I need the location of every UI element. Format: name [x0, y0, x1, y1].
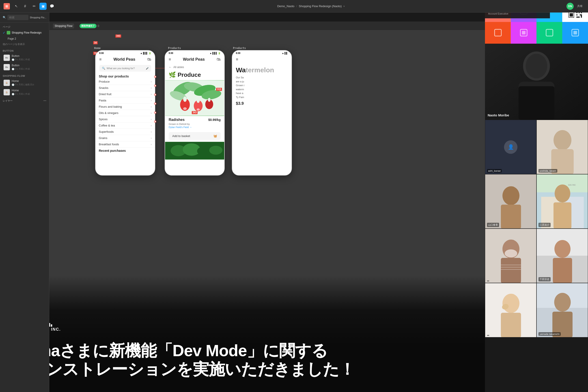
produce-label: Produce	[178, 72, 201, 78]
svg-point-82	[554, 240, 570, 258]
active-check: ✓	[3, 31, 5, 34]
figma-icon-5	[493, 28, 502, 37]
pen-tool[interactable]: ✏	[31, 3, 38, 10]
svg-rect-47	[495, 29, 501, 36]
page-item-2[interactable]: Page 2	[0, 36, 49, 42]
show-more-pages[interactable]: 他のページを非表示	[0, 42, 49, 47]
arrow-icon: ›	[151, 124, 152, 127]
svg-rect-46	[581, 16, 582, 18]
mic-icon: 🎤	[146, 67, 149, 70]
figma-icon-7	[545, 28, 554, 37]
button-icon-1: Bu	[4, 54, 10, 61]
annotation-315: 315	[216, 88, 222, 91]
annotation-line-h	[155, 68, 165, 68]
menu-spices: Spices ›	[96, 116, 155, 122]
breadcrumb-products: ← All aisles	[165, 64, 224, 70]
svg-point-56	[526, 54, 547, 78]
dropdown-arrow[interactable]: ▾	[343, 5, 345, 8]
participant-2-svg	[537, 120, 588, 174]
page-label: Shopping Flow Redesign	[12, 31, 42, 34]
menu-item-label: Produce	[99, 80, 110, 83]
layers-menu[interactable]: ···	[44, 99, 46, 103]
home-item-1[interactable]: 🏠 Home 🕐 3ヶ月前に編集済み	[1, 78, 48, 88]
button-item-2[interactable]: Bu Button 🕐 3ヶ月前に作成	[1, 62, 48, 72]
battery-icon: 🔋	[218, 52, 221, 54]
color-cell-7	[536, 22, 562, 44]
clock-icon-4: 🕐	[12, 93, 14, 95]
phone-partial-screen: 8:00 ▲ ▌▌ ≡ Watermelon Our Sa are	[232, 50, 291, 175]
top-bar: ⊞ ↖ # ✏ ▣ 💬 Demo_Naoto / Shopping Flow R…	[0, 0, 588, 12]
conn-dot-3	[154, 94, 156, 96]
svg-rect-76	[501, 264, 521, 265]
product-farm: Dylan Field's Field →	[169, 126, 221, 128]
conn-dot-6	[154, 120, 156, 123]
menu-pasta: Pasta ›	[96, 98, 155, 104]
svg-point-13	[197, 108, 200, 110]
participant-3: 山口春香	[485, 174, 536, 228]
svg-rect-49	[522, 31, 525, 34]
status-time: 8:00	[99, 52, 104, 54]
avatar-1: 👤	[504, 140, 517, 154]
home-item-2[interactable]: 🏠 Home 🕐 2ヶ月前に作成	[1, 88, 48, 97]
tab-shopping-flow[interactable]: Shopping Flow	[53, 24, 74, 28]
page-item-shopping-flow[interactable]: ✓ Shopping Flow Redesign	[0, 30, 49, 36]
participant-7	[485, 283, 536, 338]
home-label-1: Home	[12, 80, 34, 82]
search-input[interactable]	[8, 15, 29, 20]
comment-tool[interactable]: 💬	[48, 3, 56, 10]
component-tool[interactable]: ▣	[40, 3, 47, 10]
share-button[interactable]: 共有	[575, 3, 584, 10]
battery-icon: 🔋	[149, 52, 151, 54]
clock-icon-3: 🕐	[12, 84, 14, 86]
phone-partial: 8:00 ▲ ▌▌ ≡ Watermelon Our Sa are	[232, 50, 292, 176]
participant-label-6: 千田宗史	[538, 277, 550, 282]
bottom-overlay: × GIG INC. Figmaさまに新機能「Dev Mode」に関する デモン…	[0, 276, 485, 392]
search-input-app[interactable]	[107, 67, 145, 70]
recent-section: Recent purchases	[96, 148, 155, 153]
gig-bar-6	[51, 324, 52, 327]
partial-title: Watermelon	[236, 66, 288, 74]
button-label-2: Button	[12, 64, 30, 67]
arrow-icon: ›	[151, 93, 152, 96]
menu-item-label: Grains	[99, 136, 107, 140]
layers-section: レイヤー ···	[0, 97, 49, 104]
svg-rect-86	[501, 313, 521, 338]
product-name: Radishes	[169, 118, 185, 122]
phone-home-screen: 8:00 ▲ ▌▌▌ 🔋 ≡ World Peas 🛍 🔍	[96, 50, 155, 175]
menu-dried-fruit: Dried fruit ›	[96, 91, 155, 98]
svg-rect-39	[570, 13, 573, 16]
color-cell-5	[485, 22, 511, 44]
arrow-icon: ›	[151, 118, 152, 121]
menu-item-label: Breakfast foods	[99, 142, 119, 146]
svg-rect-44	[580, 14, 582, 16]
presenter-svg	[485, 44, 588, 120]
participant-2: yoshida_takam	[536, 120, 588, 174]
page-icon	[7, 31, 10, 34]
product-image: 343	[165, 80, 224, 116]
shopping-flow-header: Shopping Flow	[0, 72, 49, 78]
participant-7-svg	[485, 283, 536, 338]
arrow-icon: ›	[151, 99, 152, 102]
app-top-bar-products: ≡ World Peas 🛍	[165, 55, 224, 64]
product-detail: Radishes $0.99/kg Grown in Detroit by Dy…	[165, 116, 224, 130]
button-item-1[interactable]: Bu Button 🕐 3ヶ月前に作成	[1, 53, 48, 62]
svg-point-64	[502, 186, 519, 205]
breadcrumb-user: Demo_Naoto	[277, 4, 295, 8]
product-source: Grown in Detroit by	[169, 123, 221, 125]
add-to-basket-btn[interactable]: Add to basket 🧺	[169, 132, 221, 140]
move-tool[interactable]: ↖	[13, 3, 20, 10]
add-to-basket-label: Add to basket	[172, 134, 190, 138]
svg-rect-58	[518, 86, 554, 120]
frame-tool[interactable]: #	[22, 3, 29, 10]
button-sub-2: 🕐 3ヶ月前に作成	[12, 68, 30, 70]
menu-item-label: Dried fruit	[99, 92, 111, 96]
participant-label-8: yamada takamichi	[538, 332, 561, 336]
phone-products: 8:00 ▲ ▌▌▌ 🔋 ≡ World Peas 🛍 ← All	[165, 50, 225, 176]
svg-rect-71	[553, 202, 571, 228]
participant-3-svg	[485, 174, 536, 228]
figma-menu-icon[interactable]: ⊞	[4, 3, 10, 10]
clock-icon: 🕐	[12, 58, 14, 61]
top-bar-left: ⊞ ↖ # ✏ ▣ 💬	[4, 3, 56, 10]
color-cell-8	[562, 22, 588, 44]
frame-label-products: Products	[168, 46, 181, 50]
